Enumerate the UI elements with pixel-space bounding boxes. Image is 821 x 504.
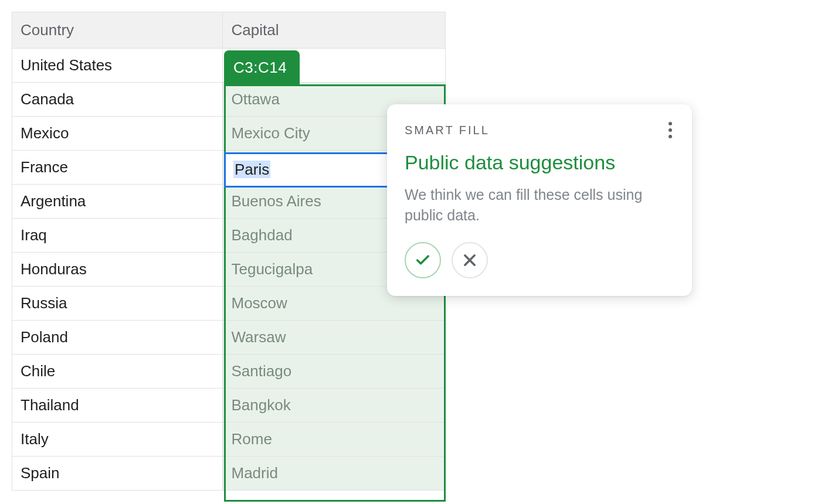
kebab-dot-icon	[669, 122, 672, 125]
cell-country[interactable]: Thailand	[12, 389, 223, 423]
table-row: Russia Moscow	[12, 287, 446, 321]
range-indicator-tab: C3:C14	[224, 50, 300, 85]
header-country[interactable]: Country	[12, 12, 223, 49]
active-cell-text: Paris	[233, 161, 270, 179]
more-options-button[interactable]	[666, 120, 674, 141]
table-row: Spain Madrid	[12, 457, 446, 491]
table-row: Poland Warsaw	[12, 321, 446, 355]
table-row: Honduras Tegucigalpa	[12, 253, 446, 287]
table-row: Thailand Bangkok	[12, 389, 446, 423]
cell-country[interactable]: Argentina	[12, 185, 223, 219]
table-row: France	[12, 151, 446, 185]
smart-fill-popup: SMART FILL Public data suggestions We th…	[387, 104, 692, 296]
table-row: Chile Santiago	[12, 355, 446, 389]
spreadsheet-container: Country Capital United States Canada Ott…	[12, 12, 446, 491]
cell-country[interactable]: Mexico	[12, 117, 223, 151]
header-row: Country Capital	[12, 12, 446, 49]
table-row: Iraq Baghdad	[12, 219, 446, 253]
cell-country[interactable]: Spain	[12, 457, 223, 491]
popup-title: Public data suggestions	[405, 151, 674, 174]
cell-capital-suggested[interactable]: Madrid	[223, 457, 446, 491]
cell-country[interactable]: Italy	[12, 423, 223, 457]
active-cell-value: Paris	[233, 161, 270, 178]
cell-country[interactable]: France	[12, 151, 223, 185]
cell-capital-suggested[interactable]: Rome	[223, 423, 446, 457]
cell-capital-suggested[interactable]: Bangkok	[223, 389, 446, 423]
table-row: Mexico Mexico City	[12, 117, 446, 151]
popup-description: We think we can fill these cells using p…	[405, 185, 674, 226]
cell-country[interactable]: Honduras	[12, 253, 223, 287]
kebab-dot-icon	[669, 128, 672, 132]
popup-feature-label: SMART FILL	[405, 124, 490, 137]
cell-country[interactable]: Iraq	[12, 219, 223, 253]
check-icon	[415, 252, 431, 268]
popup-actions	[405, 242, 674, 278]
cell-capital-suggested[interactable]: Warsaw	[223, 321, 446, 355]
close-icon	[462, 252, 478, 268]
cell-capital-suggested[interactable]: Santiago	[223, 355, 446, 389]
cell-country[interactable]: United States	[12, 49, 223, 83]
popup-header: SMART FILL	[405, 120, 674, 141]
reject-button[interactable]	[452, 242, 488, 278]
kebab-dot-icon	[669, 135, 672, 138]
accept-button[interactable]	[405, 242, 441, 278]
cell-country[interactable]: Chile	[12, 355, 223, 389]
table-row: Canada Ottawa	[12, 83, 446, 117]
cell-country[interactable]: Poland	[12, 321, 223, 355]
cell-country[interactable]: Russia	[12, 287, 223, 321]
table-row: Argentina Buenos Aires	[12, 185, 446, 219]
cell-country[interactable]: Canada	[12, 83, 223, 117]
header-capital[interactable]: Capital	[223, 12, 446, 49]
table-row: Italy Rome	[12, 423, 446, 457]
